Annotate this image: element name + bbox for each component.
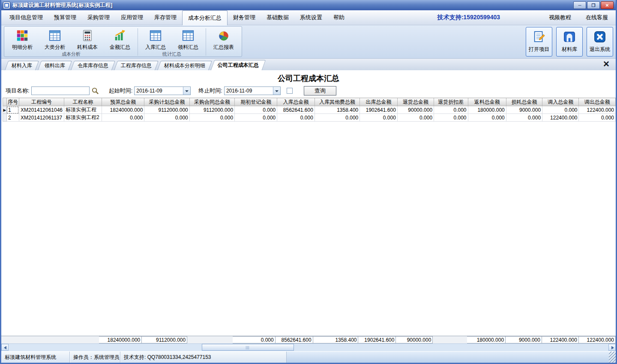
scrollbar-thumb[interactable] bbox=[202, 344, 294, 351]
grid-cell[interactable]: 8562641.600 bbox=[277, 106, 315, 114]
ribbon-material-cost-button[interactable]: 耗料成本 bbox=[71, 27, 104, 51]
grid-cell[interactable]: 0.000 bbox=[360, 114, 398, 122]
horizontal-scrollbar[interactable] bbox=[1, 343, 616, 351]
grid-cell[interactable]: 0.000 bbox=[102, 114, 144, 122]
menu-item-5[interactable]: 库存管理 bbox=[149, 10, 182, 25]
grid-cell[interactable]: 0.000 bbox=[434, 106, 468, 114]
window-title: 标顶建设施工材料管理系统[标顶实例工程] bbox=[12, 2, 112, 9]
grid-cell[interactable]: 0.000 bbox=[314, 114, 359, 122]
search-icon[interactable] bbox=[91, 87, 99, 95]
column-header-5[interactable]: 采购计划总金额 bbox=[144, 98, 189, 106]
end-date-select[interactable]: 2016-11-09 bbox=[224, 87, 281, 95]
close-view-icon[interactable]: ✕ bbox=[603, 59, 610, 69]
menu-item-3[interactable]: 采购管理 bbox=[82, 10, 115, 25]
maximize-button[interactable]: ❐ bbox=[587, 1, 600, 9]
ribbon-exit-system-button[interactable]: 退出系统 bbox=[587, 27, 613, 57]
grid-cell[interactable]: XM201412061046 bbox=[19, 106, 64, 114]
column-header-4[interactable]: 预算总金额 bbox=[102, 98, 144, 106]
ribbon-picking-summary-button[interactable]: 领料汇总 bbox=[172, 27, 204, 51]
close-button[interactable]: ✕ bbox=[601, 1, 614, 9]
grid-cell[interactable]: 180000.000 bbox=[468, 106, 506, 114]
grid-row-2[interactable]: 2XM201412061137标顶实例工程20.0000.0000.0000.0… bbox=[3, 114, 616, 122]
grid-cell[interactable]: 0.000 bbox=[235, 114, 277, 122]
column-header-14[interactable]: 损耗总金额 bbox=[506, 98, 542, 106]
ribbon-report-pie-button[interactable]: 汇总报表 bbox=[207, 27, 240, 51]
grid-cell[interactable]: 1 bbox=[6, 106, 19, 114]
grid-cell[interactable]: 9000.000 bbox=[506, 106, 542, 114]
grid-cell[interactable]: 0.000 bbox=[434, 114, 468, 122]
menu-item-7[interactable]: 财务管理 bbox=[228, 10, 261, 25]
grid-cell[interactable]: XM201412061137 bbox=[19, 114, 64, 122]
tab-6[interactable]: 公司工程成本汇总 bbox=[211, 60, 266, 70]
grid-cell[interactable]: 0.000 bbox=[144, 114, 189, 122]
grid-cell[interactable]: 9112000.000 bbox=[189, 106, 234, 114]
start-date-value: 2016-11-09 bbox=[135, 88, 183, 94]
menu-item-1[interactable]: 项目信息管理 bbox=[4, 10, 48, 25]
column-header-10[interactable]: 出库总金额 bbox=[360, 98, 398, 106]
menu-item-10[interactable]: 帮助 bbox=[328, 10, 350, 25]
grid-cell[interactable]: 9112000.000 bbox=[144, 106, 189, 114]
menu-item-9[interactable]: 系统设置 bbox=[294, 10, 328, 25]
filter-checkbox[interactable] bbox=[287, 88, 293, 94]
minimize-button[interactable]: ─ bbox=[573, 1, 586, 9]
column-header-1[interactable]: 序号 bbox=[6, 98, 19, 106]
column-header-7[interactable]: 期初登记金额 bbox=[235, 98, 277, 106]
menu-item-4[interactable]: 应用管理 bbox=[115, 10, 149, 25]
statusbar-operator: 操作员：系统管理员 bbox=[70, 352, 120, 363]
grid-cell[interactable]: 18240000.000 bbox=[102, 106, 144, 114]
grid-cell[interactable]: 0.000 bbox=[277, 114, 315, 122]
query-button[interactable]: 查询 bbox=[304, 86, 336, 95]
ribbon-material-library-button[interactable]: 材料库 bbox=[556, 27, 583, 57]
grid-cell[interactable]: 0.000 bbox=[235, 106, 277, 114]
grid-cell[interactable]: 90000.000 bbox=[397, 106, 434, 114]
grid-cell[interactable]: 0.000 bbox=[397, 114, 434, 122]
tab-1[interactable]: 材料入库 bbox=[5, 61, 39, 70]
grid-cell[interactable]: 0.000 bbox=[506, 114, 542, 122]
grid-cell[interactable]: 0.000 bbox=[542, 106, 579, 114]
grid-cell[interactable]: 122400.000 bbox=[579, 106, 616, 114]
grid-cell[interactable]: 1358.400 bbox=[314, 106, 359, 114]
tab-4[interactable]: 工程库存信息 bbox=[114, 61, 159, 70]
column-header-6[interactable]: 采购合同总金额 bbox=[189, 98, 234, 106]
online-service-link[interactable]: 在线客服 bbox=[586, 14, 608, 21]
ribbon-open-project-button[interactable]: 打开项目 bbox=[526, 27, 552, 57]
resize-grip[interactable] bbox=[609, 352, 616, 363]
tab-5[interactable]: 材料成本分析明细 bbox=[157, 61, 212, 70]
column-header-8[interactable]: 入库总金额 bbox=[277, 98, 315, 106]
ribbon-category-analysis-button[interactable]: 大类分析 bbox=[39, 27, 71, 51]
menu-item-8[interactable]: 基础数据 bbox=[261, 10, 294, 25]
grid-cell[interactable]: 0.000 bbox=[189, 114, 234, 122]
column-header-16[interactable]: 调出总金额 bbox=[579, 98, 616, 106]
column-header-9[interactable]: 入库其他费总额 bbox=[314, 98, 359, 106]
start-date-select[interactable]: 2016-11-09 bbox=[134, 87, 191, 95]
grid-cell[interactable]: 标顶实例工程2 bbox=[64, 114, 102, 122]
menu-item-2[interactable]: 预算管理 bbox=[48, 10, 82, 25]
tab-2[interactable]: 领料出库 bbox=[38, 61, 72, 70]
project-name-input[interactable] bbox=[31, 87, 90, 95]
scroll-right-icon[interactable] bbox=[608, 344, 616, 351]
menu-item-6[interactable]: 成本分析汇总 bbox=[182, 10, 228, 25]
grid-row-1[interactable]: ▶1XM201412061046标顶实例工程18240000.000911200… bbox=[3, 106, 616, 114]
grid-cell[interactable]: 2 bbox=[6, 114, 19, 122]
column-header-13[interactable]: 返料总金额 bbox=[468, 98, 506, 106]
video-tutorial-link[interactable]: 视频教程 bbox=[549, 14, 571, 21]
column-header-3[interactable]: 工程名称 bbox=[64, 98, 102, 106]
chevron-down-icon[interactable] bbox=[273, 87, 280, 95]
summary-cell: 0.000 bbox=[232, 337, 275, 343]
column-header-11[interactable]: 退货总金额 bbox=[397, 98, 434, 106]
chevron-down-icon[interactable] bbox=[183, 87, 190, 95]
column-header-2[interactable]: 工程编号 bbox=[19, 98, 64, 106]
grid-cell[interactable]: 122400.000 bbox=[542, 114, 579, 122]
ribbon-group-caption: 成本分析 bbox=[6, 51, 136, 57]
scroll-left-icon[interactable] bbox=[1, 344, 9, 351]
ribbon-amount-summary-button[interactable]: 金额汇总 bbox=[104, 27, 136, 51]
grid-cell[interactable]: 1902641.600 bbox=[360, 106, 398, 114]
grid-cell[interactable]: 0.000 bbox=[579, 114, 616, 122]
ribbon-detail-analysis-button[interactable]: 明细分析 bbox=[6, 27, 39, 51]
column-header-12[interactable]: 退货折扣差 bbox=[434, 98, 468, 106]
ribbon-inbound-summary-button[interactable]: 入库汇总 bbox=[139, 27, 172, 51]
tab-3[interactable]: 仓库库存信息 bbox=[71, 61, 115, 70]
grid-cell[interactable]: 0.000 bbox=[468, 114, 506, 122]
grid-cell[interactable]: 标顶实例工程 bbox=[64, 106, 102, 114]
column-header-15[interactable]: 调入总金额 bbox=[542, 98, 579, 106]
